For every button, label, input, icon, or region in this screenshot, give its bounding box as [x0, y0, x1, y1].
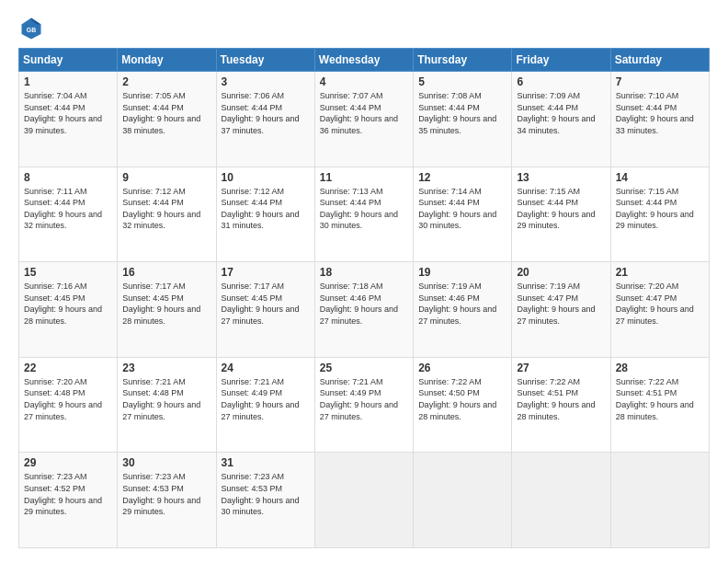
weekday-header-saturday: Saturday: [610, 49, 709, 72]
calendar-table: SundayMondayTuesdayWednesdayThursdayFrid…: [18, 48, 710, 548]
day-number: 1: [24, 75, 112, 88]
calendar-cell: 27 Sunrise: 7:22 AM Sunset: 4:51 PM Dayl…: [512, 357, 610, 453]
calendar-cell: [610, 453, 709, 548]
day-info: Sunrise: 7:17 AM Sunset: 4:45 PM Dayligh…: [222, 281, 310, 327]
calendar-cell: 21 Sunrise: 7:20 AM Sunset: 4:47 PM Dayl…: [610, 262, 709, 358]
day-number: 4: [320, 75, 408, 88]
day-info: Sunrise: 7:22 AM Sunset: 4:51 PM Dayligh…: [517, 376, 605, 422]
calendar-cell: 16 Sunrise: 7:17 AM Sunset: 4:45 PM Dayl…: [118, 262, 216, 358]
day-info: Sunrise: 7:21 AM Sunset: 4:49 PM Dayligh…: [320, 376, 408, 422]
day-info: Sunrise: 7:18 AM Sunset: 4:46 PM Dayligh…: [320, 281, 408, 327]
logo: GB: [18, 15, 48, 40]
day-info: Sunrise: 7:19 AM Sunset: 4:47 PM Dayligh…: [517, 281, 605, 327]
weekday-header-friday: Friday: [512, 49, 610, 72]
calendar-cell: 25 Sunrise: 7:21 AM Sunset: 4:49 PM Dayl…: [314, 357, 413, 453]
day-info: Sunrise: 7:19 AM Sunset: 4:46 PM Dayligh…: [418, 281, 506, 327]
day-number: 30: [122, 456, 210, 469]
calendar-cell: 20 Sunrise: 7:19 AM Sunset: 4:47 PM Dayl…: [512, 262, 610, 358]
day-number: 24: [222, 362, 310, 374]
day-number: 21: [616, 266, 704, 279]
weekday-header-wednesday: Wednesday: [314, 49, 413, 72]
day-info: Sunrise: 7:21 AM Sunset: 4:49 PM Dayligh…: [222, 376, 310, 422]
day-info: Sunrise: 7:21 AM Sunset: 4:48 PM Dayligh…: [122, 376, 210, 422]
day-number: 8: [24, 171, 112, 184]
calendar-cell: 12 Sunrise: 7:14 AM Sunset: 4:44 PM Dayl…: [414, 167, 512, 262]
weekday-header-tuesday: Tuesday: [216, 49, 314, 72]
day-number: 29: [24, 456, 112, 469]
calendar-cell: 4 Sunrise: 7:07 AM Sunset: 4:44 PM Dayli…: [314, 72, 413, 167]
day-number: 18: [320, 266, 408, 279]
day-number: 14: [616, 171, 704, 184]
day-info: Sunrise: 7:16 AM Sunset: 4:45 PM Dayligh…: [24, 281, 112, 327]
day-info: Sunrise: 7:23 AM Sunset: 4:53 PM Dayligh…: [222, 471, 310, 517]
calendar-cell: 26 Sunrise: 7:22 AM Sunset: 4:50 PM Dayl…: [414, 357, 512, 453]
day-number: 27: [517, 362, 605, 374]
day-number: 28: [616, 362, 704, 374]
calendar-cell: 17 Sunrise: 7:17 AM Sunset: 4:45 PM Dayl…: [216, 262, 314, 358]
day-info: Sunrise: 7:07 AM Sunset: 4:44 PM Dayligh…: [320, 90, 408, 136]
svg-text:GB: GB: [27, 27, 37, 33]
calendar-cell: 19 Sunrise: 7:19 AM Sunset: 4:46 PM Dayl…: [414, 262, 512, 358]
calendar-cell: [314, 453, 413, 548]
calendar-cell: 30 Sunrise: 7:23 AM Sunset: 4:53 PM Dayl…: [118, 453, 216, 548]
calendar-cell: 5 Sunrise: 7:08 AM Sunset: 4:44 PM Dayli…: [414, 72, 512, 167]
calendar-cell: [414, 453, 512, 548]
day-number: 3: [222, 75, 310, 88]
day-info: Sunrise: 7:09 AM Sunset: 4:44 PM Dayligh…: [517, 90, 605, 136]
day-info: Sunrise: 7:15 AM Sunset: 4:44 PM Dayligh…: [517, 186, 605, 232]
logo-icon: GB: [18, 15, 44, 40]
day-number: 6: [517, 75, 605, 88]
calendar-cell: 14 Sunrise: 7:15 AM Sunset: 4:44 PM Dayl…: [610, 167, 709, 262]
day-info: Sunrise: 7:15 AM Sunset: 4:44 PM Dayligh…: [616, 186, 704, 232]
day-info: Sunrise: 7:05 AM Sunset: 4:44 PM Dayligh…: [122, 90, 210, 136]
calendar-cell: 29 Sunrise: 7:23 AM Sunset: 4:52 PM Dayl…: [19, 453, 118, 548]
day-number: 26: [418, 362, 506, 374]
calendar-cell: 8 Sunrise: 7:11 AM Sunset: 4:44 PM Dayli…: [19, 167, 118, 262]
calendar-cell: 22 Sunrise: 7:20 AM Sunset: 4:48 PM Dayl…: [19, 357, 118, 453]
calendar-cell: 6 Sunrise: 7:09 AM Sunset: 4:44 PM Dayli…: [512, 72, 610, 167]
calendar-cell: 7 Sunrise: 7:10 AM Sunset: 4:44 PM Dayli…: [610, 72, 709, 167]
calendar-cell: 13 Sunrise: 7:15 AM Sunset: 4:44 PM Dayl…: [512, 167, 610, 262]
day-number: 25: [320, 362, 408, 374]
day-number: 19: [418, 266, 506, 279]
day-number: 2: [122, 75, 210, 88]
day-number: 16: [122, 266, 210, 279]
calendar-cell: [512, 453, 610, 548]
day-number: 11: [320, 171, 408, 184]
day-info: Sunrise: 7:12 AM Sunset: 4:44 PM Dayligh…: [222, 186, 310, 232]
weekday-header-thursday: Thursday: [414, 49, 512, 72]
day-info: Sunrise: 7:10 AM Sunset: 4:44 PM Dayligh…: [616, 90, 704, 136]
day-number: 15: [24, 266, 112, 279]
day-info: Sunrise: 7:20 AM Sunset: 4:47 PM Dayligh…: [616, 281, 704, 327]
day-number: 12: [418, 171, 506, 184]
day-info: Sunrise: 7:23 AM Sunset: 4:52 PM Dayligh…: [24, 471, 112, 517]
day-info: Sunrise: 7:14 AM Sunset: 4:44 PM Dayligh…: [418, 186, 506, 232]
day-number: 31: [222, 456, 310, 469]
day-info: Sunrise: 7:11 AM Sunset: 4:44 PM Dayligh…: [24, 186, 112, 232]
day-number: 9: [122, 171, 210, 184]
day-number: 13: [517, 171, 605, 184]
day-number: 10: [222, 171, 310, 184]
day-info: Sunrise: 7:12 AM Sunset: 4:44 PM Dayligh…: [122, 186, 210, 232]
day-number: 17: [222, 266, 310, 279]
day-number: 20: [517, 266, 605, 279]
day-info: Sunrise: 7:20 AM Sunset: 4:48 PM Dayligh…: [24, 376, 112, 422]
day-info: Sunrise: 7:23 AM Sunset: 4:53 PM Dayligh…: [122, 471, 210, 517]
day-number: 22: [24, 362, 112, 374]
day-number: 23: [122, 362, 210, 374]
day-info: Sunrise: 7:17 AM Sunset: 4:45 PM Dayligh…: [122, 281, 210, 327]
calendar-cell: 3 Sunrise: 7:06 AM Sunset: 4:44 PM Dayli…: [216, 72, 314, 167]
calendar-cell: 2 Sunrise: 7:05 AM Sunset: 4:44 PM Dayli…: [118, 72, 216, 167]
calendar-cell: 11 Sunrise: 7:13 AM Sunset: 4:44 PM Dayl…: [314, 167, 413, 262]
day-info: Sunrise: 7:22 AM Sunset: 4:51 PM Dayligh…: [616, 376, 704, 422]
calendar-cell: 15 Sunrise: 7:16 AM Sunset: 4:45 PM Dayl…: [19, 262, 118, 358]
day-info: Sunrise: 7:06 AM Sunset: 4:44 PM Dayligh…: [222, 90, 310, 136]
header: GB: [18, 15, 710, 40]
page: GB SundayMondayTuesdayWednesdayThursdayF…: [0, 0, 728, 563]
calendar-cell: 9 Sunrise: 7:12 AM Sunset: 4:44 PM Dayli…: [118, 167, 216, 262]
day-info: Sunrise: 7:08 AM Sunset: 4:44 PM Dayligh…: [418, 90, 506, 136]
calendar-cell: 28 Sunrise: 7:22 AM Sunset: 4:51 PM Dayl…: [610, 357, 709, 453]
weekday-header-sunday: Sunday: [19, 49, 118, 72]
day-info: Sunrise: 7:22 AM Sunset: 4:50 PM Dayligh…: [418, 376, 506, 422]
day-number: 7: [616, 75, 704, 88]
